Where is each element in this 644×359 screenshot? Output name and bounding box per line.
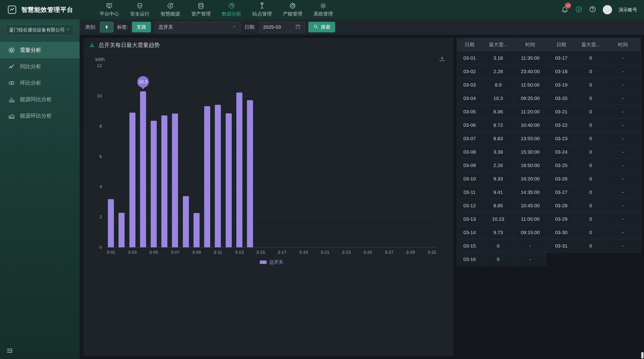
sidebar-item-energy-yoy-analysis[interactable]: 能源同比分析 <box>0 91 80 108</box>
nav-item-platform-center[interactable]: 平台中心 <box>98 2 120 17</box>
bar-3-24[interactable] <box>352 66 362 247</box>
search-icon <box>313 24 318 30</box>
bar-3-13[interactable] <box>234 66 245 247</box>
bar-3-18[interactable] <box>288 66 298 247</box>
bar <box>215 105 221 247</box>
sidebar-item-energy-mom-analysis[interactable]: 能源环比分析 <box>0 108 80 124</box>
app-title: 智慧能效管理平台 <box>21 5 73 14</box>
nav-item-asset-management[interactable]: 资产管理 <box>190 2 212 17</box>
x-tick-label: 3-21 <box>320 250 330 255</box>
bar-3-14[interactable] <box>245 66 255 247</box>
legend-swatch <box>260 261 267 264</box>
x-tick-label: 3-17 <box>277 250 288 255</box>
table-cell: 03-19 <box>546 78 576 92</box>
x-tick-label <box>309 250 320 255</box>
category-electric-button[interactable] <box>100 22 114 32</box>
monitor-gauge-button[interactable] <box>575 5 582 14</box>
bar-3-25[interactable] <box>362 66 373 247</box>
bar-3-04[interactable]: 10.3 <box>138 66 148 247</box>
bar-3-22[interactable] <box>330 66 341 247</box>
table-cell: - <box>605 199 641 212</box>
table-cell: 03-24 <box>546 145 576 159</box>
bar-3-06[interactable] <box>159 66 170 247</box>
max-value-marker: 10.3 <box>137 76 149 88</box>
table-cell: - <box>605 186 641 199</box>
breaker-select[interactable]: 总开关 <box>155 22 241 33</box>
sidebar-item-label: 需量分析 <box>20 46 41 54</box>
table-cell: 03-14 <box>457 226 482 239</box>
table-cell: 9.41 <box>482 186 514 199</box>
x-tick-label: 3-03 <box>127 250 138 255</box>
table-header: 最大需... <box>576 38 605 51</box>
table-header: 时间 <box>514 38 546 51</box>
scrollbar-thumb[interactable] <box>641 352 644 359</box>
date-picker[interactable]: 2025-03 <box>259 22 305 33</box>
bars: 10.3 <box>106 66 437 247</box>
table-cell: 03-25 <box>546 159 576 172</box>
date-value: 2025-03 <box>263 24 281 30</box>
bar-3-08[interactable] <box>180 66 191 247</box>
nav-item-smart-energy[interactable]: 智慧能源 <box>160 2 181 17</box>
bar-3-26[interactable] <box>373 66 384 247</box>
nav-item-capacity-management[interactable]: 产能管理 <box>282 2 303 17</box>
sidebar-item-mom-analysis[interactable]: 环比分析 <box>0 75 80 91</box>
bar-3-01[interactable] <box>106 66 116 247</box>
nav-item-data-analysis[interactable]: 数据分析 <box>221 2 242 17</box>
avatar[interactable] <box>603 5 612 14</box>
chart-legend[interactable]: 总开关 <box>106 259 437 265</box>
bar-3-29[interactable] <box>405 66 416 247</box>
download-icon-button[interactable] <box>439 55 446 63</box>
table-cell: - <box>605 105 641 118</box>
table-cell-empty <box>576 253 605 266</box>
bar-3-11[interactable] <box>212 66 223 247</box>
account-name[interactable]: 演示账号 <box>618 7 637 13</box>
logo-icon <box>7 5 17 15</box>
nav-item-site-management[interactable]: 站点管理 <box>252 2 273 17</box>
bar <box>236 92 242 247</box>
bar-3-17[interactable] <box>277 66 288 247</box>
search-button[interactable]: 搜索 <box>308 22 335 32</box>
table-cell: - <box>605 172 641 186</box>
bar <box>108 199 114 247</box>
bar-3-03[interactable] <box>127 66 138 247</box>
table-cell: 03-05 <box>457 105 482 118</box>
bar-3-02[interactable] <box>116 66 127 247</box>
bar-3-20[interactable] <box>309 66 320 247</box>
sidebar-collapse-button[interactable] <box>6 347 14 355</box>
table-cell-empty <box>605 253 641 266</box>
nav-item-system-management[interactable]: 系统管理 <box>312 2 334 17</box>
y-tick-label: 4 <box>99 184 102 189</box>
bar-3-27[interactable] <box>384 66 394 247</box>
sidebar-item-demand-analysis[interactable]: 需量分析 <box>0 42 80 58</box>
shield-icon <box>136 2 143 9</box>
tag-branch-button[interactable]: 支路 <box>132 22 151 32</box>
bar-3-12[interactable] <box>223 66 234 247</box>
tag-branch-label: 支路 <box>136 24 146 30</box>
bar-3-19[interactable] <box>298 66 309 247</box>
bar-3-23[interactable] <box>341 66 352 247</box>
table-cell: 03-30 <box>546 226 576 239</box>
company-select[interactable]: 厦门锐谷通信设备有限公司 <box>6 24 74 35</box>
bar-3-07[interactable] <box>170 66 180 247</box>
bar-3-09[interactable] <box>191 66 202 247</box>
asset-icon <box>198 2 204 9</box>
bar-3-10[interactable] <box>202 66 212 247</box>
table-cell: 09:15:00 <box>514 226 546 239</box>
sidebar-item-yoy-analysis[interactable]: 同比分析 <box>0 58 80 75</box>
chevron-down-icon <box>232 24 237 30</box>
x-tick-label <box>180 250 191 255</box>
table-cell: - <box>605 78 641 92</box>
bar-3-31[interactable] <box>427 66 437 247</box>
bar-3-28[interactable] <box>394 66 405 247</box>
notifications-button[interactable]: 13 <box>561 5 568 14</box>
bar-3-16[interactable] <box>266 66 277 247</box>
nav-item-safe-operation[interactable]: 安全运行 <box>129 2 150 17</box>
help-button[interactable] <box>589 5 596 14</box>
bar-3-21[interactable] <box>320 66 330 247</box>
bar-3-05[interactable] <box>148 66 159 247</box>
bar-3-30[interactable] <box>416 66 426 247</box>
bar-3-15[interactable] <box>255 66 266 247</box>
sidebar-item-label: 环比分析 <box>20 79 41 86</box>
sidebar-item-label: 同比分析 <box>20 63 41 70</box>
nav-item-label: 系统管理 <box>314 11 333 17</box>
